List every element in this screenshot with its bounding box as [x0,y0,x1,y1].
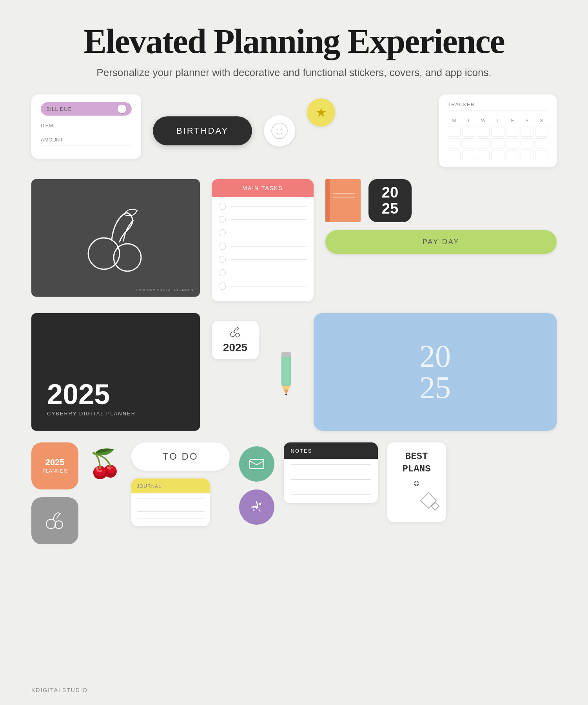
best-plans-smiley: ☺ [395,478,438,488]
notebook-lines [333,193,361,198]
tracker-cell[interactable] [506,127,519,137]
notes-line [291,472,371,472]
task-line [230,206,307,207]
tracker-cell[interactable] [506,150,519,160]
diamond-small-icon [430,502,439,511]
bill-due-card: BILL DUE ITEM: AMOUNT: [31,94,141,159]
notes-line [291,487,371,487]
pay-day-button[interactable]: PAY DAY [325,230,557,254]
pencil-area [270,348,302,395]
task-line [230,286,307,286]
main-tasks-header: MAIN TASKS [212,179,314,197]
app-icon-label: PLANNER [42,468,67,474]
task-row [219,283,307,290]
row2: CYBERRY DIGITAL PLANNER MAIN TASKS [31,179,557,301]
tracker-cell[interactable] [535,150,548,160]
year-badge-dark: 20 25 [368,179,412,222]
tracker-cell[interactable] [535,127,548,137]
bill-due-toggle[interactable] [118,105,126,113]
task-checkbox[interactable] [219,283,226,290]
tracker-cell[interactable] [462,127,475,137]
notes-line [291,479,371,480]
task-line [230,219,307,220]
task-row [219,243,307,250]
tracker-cell[interactable] [506,138,519,149]
smiley-circle [264,115,295,147]
svg-point-0 [272,123,287,139]
svg-rect-14 [250,459,264,469]
tracker-day-s1: S [521,116,534,125]
task-row [219,229,307,236]
year-line2: 25 [382,201,398,217]
tracker-cell[interactable] [491,138,504,149]
tracker-cell[interactable] [477,138,490,149]
task-line [230,233,307,233]
svg-point-17 [261,502,261,503]
best-plans-text: BESTPLANS [395,450,438,475]
notes-line [291,464,371,465]
tracker-cell[interactable] [521,138,534,149]
tracker-cell[interactable] [521,127,534,137]
tracker-cell[interactable] [491,127,504,137]
tracker-grid: M T W T F S S [448,116,548,160]
task-row [219,269,307,276]
cherry-sticker-col: 🍒 [88,442,122,478]
notebook [325,179,361,222]
tracker-cell[interactable] [535,138,548,149]
tracker-cell[interactable] [462,150,475,160]
journal-col: TO DO JOURNAL [131,442,230,526]
cover-blue-year-line2: 25 [419,372,451,403]
year-line1: 20 [382,185,398,201]
tracker-cell[interactable] [477,150,490,160]
birthday-button[interactable]: BIRTHDAY [153,116,252,145]
tracker-cell[interactable] [491,150,504,160]
bill-amount-label: AMOUNT: [41,137,132,143]
tracker-cell[interactable] [448,138,461,149]
tracker-cell[interactable] [462,138,475,149]
tracker-cell[interactable] [448,127,461,137]
journal-line [137,505,204,505]
left-icons-col: 2025 PLANNER [31,442,78,544]
task-row [219,203,307,210]
star-icon: ★ [316,105,327,120]
page-subtitle: Personalize your planner with decorative… [31,67,557,79]
journal-card: JOURNAL [131,478,210,526]
task-checkbox[interactable] [219,203,226,210]
svg-point-12 [46,519,56,529]
svg-point-6 [236,333,240,337]
cherry-cover: CYBERRY DIGITAL PLANNER [31,179,200,297]
cover-blue: 20 25 [314,313,557,431]
circle-icons-col [239,442,274,525]
notes-line [291,494,371,495]
circle-purple [239,489,274,525]
todo-button[interactable]: TO DO [131,442,230,471]
cover-blue-year-line1: 20 [419,341,451,372]
task-checkbox[interactable] [219,229,226,236]
svg-point-13 [55,521,63,529]
bill-due-label: BILL DUE [46,106,72,112]
tracker-card: TRACKER M T W T F S S [439,94,557,167]
notes-title: NOTES [291,448,312,454]
task-row [219,256,307,263]
row4: 2025 PLANNER 🍒 TO DO JOU [31,442,557,544]
app-icon-year: 2025 [45,458,65,467]
tracker-cell[interactable] [448,150,461,160]
cover-black-brand: CYBERRY DIGITAL PLANNER [47,411,136,417]
bill-amount-field: AMOUNT: [41,137,132,145]
cherry-sticker: 🍒 [88,450,122,478]
svg-point-4 [114,244,141,271]
bill-item-line [41,131,132,131]
page-wrapper: Elevated Planning Experience Personalize… [0,0,588,705]
task-checkbox[interactable] [219,269,226,276]
cover-black: 2025 CYBERRY DIGITAL PLANNER [31,313,200,431]
notes-card: NOTES [284,442,378,503]
task-checkbox[interactable] [219,256,226,263]
app-icon-gray [31,497,78,544]
task-checkbox[interactable] [219,243,226,250]
tracker-cell[interactable] [477,127,490,137]
tracker-cell[interactable] [521,150,534,160]
row2-right-top: 20 25 [325,179,557,222]
notebook-line [333,197,355,198]
tracker-day-s2: S [535,116,548,125]
task-checkbox[interactable] [219,216,226,223]
